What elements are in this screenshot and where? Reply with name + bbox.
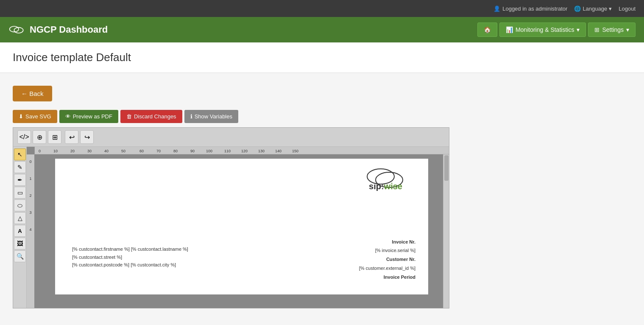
undo-button[interactable]: ↩ — [65, 130, 78, 144]
left-toolbox: ↖ ✎ ✒ ▭ ⬭ △ A — [13, 147, 27, 308]
show-variables-label: Show Variables — [195, 113, 232, 120]
customer-external-id: [% customer.external_id %] — [359, 264, 415, 273]
globe-icon: 🌐 — [574, 6, 581, 12]
svg-text:80: 80 — [173, 149, 178, 153]
pen-tool[interactable]: ✒ — [14, 174, 26, 186]
svg-text:120: 120 — [241, 149, 248, 153]
svg-text:40: 40 — [104, 149, 109, 153]
svg-text:60: 60 — [139, 149, 144, 153]
info-icon: ℹ — [190, 113, 192, 120]
editor-toolbar-top: ⬇ Save SVG 👁 Preview as PDF 🗑 Discard Ch… — [13, 110, 631, 123]
canvas-area: 0 10 20 30 40 50 60 70 80 90 100 110 120… — [27, 147, 449, 308]
editor-icon-toolbar: </> ⊕ ⊞ ↩ ↪ — [13, 128, 449, 147]
svg-text:110: 110 — [224, 149, 231, 153]
code-tool-button[interactable]: </> — [17, 130, 31, 144]
rect-tool[interactable]: ▭ — [14, 187, 26, 199]
sipwise-logo: sip:wise — [360, 167, 415, 195]
brand-logo — [8, 23, 25, 36]
svg-text:0: 0 — [29, 160, 31, 164]
doc-page: sip:wise [% custcontact.firstname %] [% … — [55, 159, 428, 294]
brand-title: NGCP Dashboard — [30, 24, 108, 35]
scrollbar-thumb[interactable] — [444, 155, 449, 181]
svg-text:4: 4 — [29, 227, 31, 232]
discard-changes-label: Discard Changes — [134, 113, 176, 120]
brand: NGCP Dashboard — [8, 23, 473, 36]
back-button[interactable]: ← Back — [13, 86, 52, 101]
preview-pdf-label: Preview as PDF — [73, 113, 112, 120]
svg-text:2: 2 — [29, 193, 31, 198]
chevron-down-icon: ▾ — [626, 26, 629, 33]
clone-tool-button[interactable]: ⊕ — [33, 130, 46, 144]
content: ← Back ⬇ Save SVG 👁 Preview as PDF 🗑 Dis… — [0, 73, 644, 321]
ruler-horizontal: 0 10 20 30 40 50 60 70 80 90 100 110 120… — [34, 147, 449, 154]
invoice-details: Invoice Nr. [% invoice.serial %] Custome… — [359, 238, 415, 282]
customer-nr-label: Customer Nr. — [359, 255, 415, 264]
text-icon: A — [18, 228, 22, 234]
triangle-tool[interactable]: △ — [14, 212, 26, 224]
zoom-icon: 🔍 — [17, 253, 24, 260]
select-tool[interactable]: ↖ — [14, 148, 26, 160]
page-header: Invoice template Default — [0, 42, 644, 73]
settings-button[interactable]: ⊞ Settings ▾ — [588, 22, 636, 37]
address-line2: [% custcontact.street %] — [72, 253, 188, 261]
redo-button[interactable]: ↪ — [80, 130, 94, 144]
svg-text:150: 150 — [292, 149, 298, 153]
svg-text:140: 140 — [275, 149, 282, 153]
save-svg-label: Save SVG — [25, 113, 51, 120]
svg-text:1: 1 — [29, 177, 31, 181]
grid-icon: ⊞ — [594, 26, 599, 33]
download-icon: ⬇ — [19, 113, 23, 120]
triangle-icon: △ — [18, 215, 22, 221]
invoice-serial: [% invoice.serial %] — [359, 246, 415, 255]
rect-icon: ▭ — [17, 189, 23, 196]
svg-text:sip:wise: sip:wise — [369, 182, 402, 191]
page-title: Invoice template Default — [13, 51, 631, 64]
eye-icon: 👁 — [65, 113, 71, 120]
vertical-scrollbar[interactable] — [443, 154, 449, 308]
zoom-tool[interactable]: 🔍 — [14, 250, 26, 262]
svg-editor: </> ⊕ ⊞ ↩ ↪ ↖ ✎ — [13, 127, 449, 308]
svg-text:90: 90 — [190, 149, 195, 153]
svg-text:20: 20 — [70, 149, 75, 153]
svg-text:100: 100 — [206, 149, 212, 153]
address-line3: [% custcontact.postcode %] [% custcontac… — [72, 261, 188, 269]
language-label: Language — [583, 6, 607, 12]
svg-text:70: 70 — [156, 149, 161, 153]
main-nav: NGCP Dashboard 🏠 📊 Monitoring & Statisti… — [0, 17, 644, 42]
chevron-down-icon: ▾ — [577, 26, 580, 33]
user-icon: 👤 — [493, 6, 500, 12]
monitoring-button[interactable]: 📊 Monitoring & Statistics ▾ — [499, 22, 586, 37]
language-menu[interactable]: 🌐 Language ▾ — [574, 6, 612, 12]
doc-scroll-area[interactable]: sip:wise [% custcontact.firstname %] [% … — [34, 154, 449, 308]
logout-link[interactable]: Logout — [619, 6, 636, 12]
topbar: 👤 Logged in as administrator 🌐 Language … — [0, 0, 644, 17]
ellipse-tool[interactable]: ⬭ — [14, 199, 26, 211]
settings-label: Settings — [602, 26, 624, 33]
redo-icon: ↪ — [84, 133, 90, 141]
image-icon: 🖼 — [17, 240, 23, 247]
preview-pdf-button[interactable]: 👁 Preview as PDF — [59, 110, 118, 123]
home-button[interactable]: 🏠 — [477, 22, 497, 37]
svg-text:30: 30 — [87, 149, 92, 153]
invoice-period-label: Invoice Period — [359, 273, 415, 282]
nav-buttons: 🏠 📊 Monitoring & Statistics ▾ ⊞ Settings… — [477, 22, 636, 37]
discard-changes-button[interactable]: 🗑 Discard Changes — [120, 110, 182, 123]
show-variables-button[interactable]: ℹ Show Variables — [184, 110, 238, 123]
pencil-icon: ✎ — [17, 164, 22, 171]
image-tool[interactable]: 🖼 — [14, 238, 26, 249]
table-icon: ⊞ — [52, 133, 58, 141]
pen-icon: ✒ — [17, 177, 22, 183]
user-info: 👤 Logged in as administrator — [493, 6, 567, 12]
invoice-nr-label: Invoice Nr. — [359, 238, 415, 247]
text-tool[interactable]: A — [14, 225, 26, 237]
editor-main: ↖ ✎ ✒ ▭ ⬭ △ A — [13, 147, 449, 308]
logged-in-label: Logged in as administrator — [502, 6, 567, 12]
invoice-address: [% custcontact.firstname %] [% custconta… — [72, 245, 188, 269]
svg-text:3: 3 — [29, 210, 31, 215]
svg-text:130: 130 — [258, 149, 265, 153]
table-tool-button[interactable]: ⊞ — [48, 130, 61, 144]
save-svg-button[interactable]: ⬇ Save SVG — [13, 110, 57, 123]
pencil-tool[interactable]: ✎ — [14, 161, 26, 173]
cursor-icon: ↖ — [17, 151, 22, 158]
address-line1: [% custcontact.firstname %] [% custconta… — [72, 245, 188, 253]
